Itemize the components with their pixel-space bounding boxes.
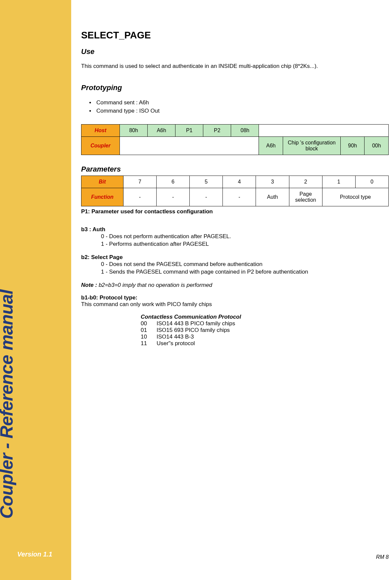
proto-list: 00ISO14 443 B PICO family chips 01ISO15 … [141, 320, 389, 347]
host-blank [259, 125, 389, 137]
coupler-label: Coupler [81, 137, 120, 155]
b3-block: 0 - Does not perform authentication afte… [101, 233, 389, 248]
host-cell: A6h [148, 125, 175, 137]
coupler-cell: Chip 's configuration block [283, 137, 340, 155]
proto-code: 11 [141, 340, 157, 347]
b2-line1: 1 - Sends the PAGESEL command with page … [101, 268, 389, 276]
main-content: SELECT_PAGE Use This command is used to … [71, 0, 392, 580]
b3-line1: 1 - Performs authentication after PAGESE… [101, 240, 389, 248]
note: Note : b2=b3=0 imply that no operation i… [81, 282, 389, 289]
function-cell: Auth [256, 188, 289, 206]
proto-row: 11User"s protocol [141, 340, 389, 347]
coupler-cell: A6h [259, 137, 283, 155]
proto-code: 01 [141, 327, 157, 334]
sidebar: Coupler - Reference manual Version 1.1 [0, 0, 71, 580]
b1b0-title: b1-b0: Protocol type: [81, 294, 389, 301]
proto-desc: ISO14 443 B PICO family chips [157, 320, 235, 327]
host-cell: 08h [231, 125, 259, 137]
proto-row: 01ISO15 693 PICO family chips [141, 327, 389, 334]
host-cell: 80h [120, 125, 148, 137]
function-label: Function [81, 188, 123, 206]
b2-line0: 0 - Does not send the PAGESEL command be… [101, 261, 389, 268]
page-number: RM 8 [376, 554, 389, 560]
note-label: Note : [81, 282, 99, 288]
proto-row: 10ISO14 443 B-3 [141, 334, 389, 340]
proto-desc: ISO14 443 B-3 [157, 334, 194, 340]
coupler-blank [120, 137, 259, 155]
version-label: Version 1.1 [17, 551, 52, 558]
function-row: Function - - - - Auth Page selection Pro… [81, 188, 389, 206]
function-cell: - [190, 188, 223, 206]
prototyping-bullets: Command sent : A6h Command type : ISO Ou… [89, 99, 389, 115]
function-cell: - [156, 188, 189, 206]
prototyping-table: Host 80h A6h P1 P2 08h Coupler A6h Chip … [81, 124, 389, 155]
bit-cell: 5 [190, 176, 223, 188]
host-label: Host [81, 125, 120, 137]
proto-row: 00ISO14 443 B PICO family chips [141, 320, 389, 327]
use-heading: Use [81, 47, 389, 56]
b3-title: b3 : Auth [81, 226, 389, 233]
bit-label: Bit [81, 176, 123, 188]
bit-cell: 4 [223, 176, 256, 188]
bit-cell: 7 [123, 176, 156, 188]
prototyping-heading: Prototyping [81, 83, 389, 92]
function-cell: Page selection [289, 188, 322, 206]
bit-cell: 0 [355, 176, 388, 188]
b2-block: 0 - Does not send the PAGESEL command be… [101, 261, 389, 276]
bit-cell: 1 [322, 176, 355, 188]
proto-heading: Contactless Communication Protocol [141, 314, 389, 320]
coupler-row: Coupler A6h Chip 's configuration block … [81, 137, 389, 155]
use-text: This command is used to select and authe… [81, 63, 389, 70]
coupler-cell: 90h [340, 137, 365, 155]
proto-desc: ISO15 693 PICO family chips [157, 327, 230, 333]
bit-cell: 2 [289, 176, 322, 188]
page-title: SELECT_PAGE [81, 30, 389, 41]
proto-code: 10 [141, 334, 157, 340]
function-cell: - [123, 188, 156, 206]
p1-line: P1: Parameter used for contactless confi… [81, 208, 389, 215]
host-cell: P2 [203, 125, 231, 137]
bit-cell: 3 [256, 176, 289, 188]
bullet-item: Command type : ISO Out [89, 107, 389, 115]
note-body: b2=b3=0 imply that no operation is perfo… [99, 282, 212, 288]
function-cell: Protocol type [322, 188, 388, 206]
sidebar-title: Coupler - Reference manual [0, 290, 17, 519]
parameters-table: Bit 7 6 5 4 3 2 1 0 Function - - - - Aut… [81, 176, 389, 206]
b1b0-sub: This command can only work with PICO fam… [81, 301, 389, 308]
coupler-cell: 00h [365, 137, 389, 155]
host-row: Host 80h A6h P1 P2 08h [81, 125, 389, 137]
b3-line0: 0 - Does not perform authentication afte… [101, 233, 389, 240]
proto-desc: User"s protocol [157, 340, 195, 346]
function-cell: - [223, 188, 256, 206]
b2-title: b2: Select Page [81, 254, 389, 261]
host-cell: P1 [175, 125, 203, 137]
bit-row: Bit 7 6 5 4 3 2 1 0 [81, 176, 389, 188]
bullet-item: Command sent : A6h [89, 99, 389, 107]
parameters-heading: Parameters [81, 165, 389, 174]
bit-cell: 6 [156, 176, 189, 188]
proto-code: 00 [141, 320, 157, 327]
